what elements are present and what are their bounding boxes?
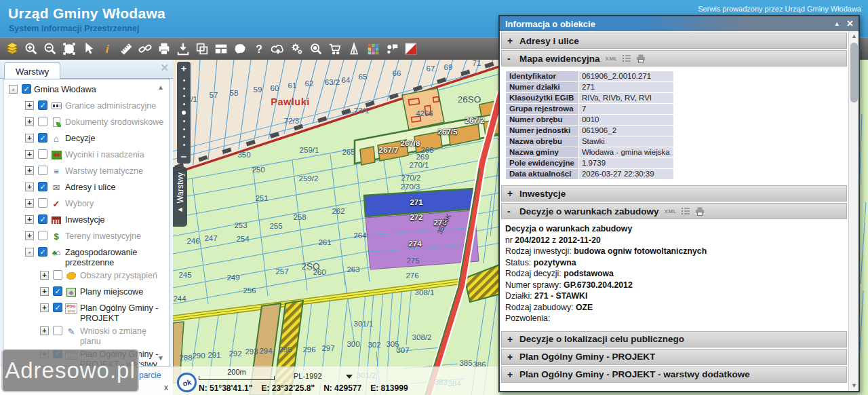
section-adresy-i-ulice[interactable]: + Adresy i ulice: [501, 33, 847, 49]
section-decyzje-wz[interactable]: - Decyzje o warunkach zabudowy XML: [501, 203, 847, 219]
scroll-up-icon[interactable]: ▲: [157, 83, 164, 91]
layer-checkbox[interactable]: ✓: [38, 247, 47, 257]
zoom-level-dot[interactable]: [183, 95, 185, 97]
layer-item-inwestycje[interactable]: +✓Inwestycje: [6, 212, 168, 229]
layer-item-adresy-i-ulice[interactable]: +✓✉Adresy i ulice: [6, 180, 168, 196]
expand-icon[interactable]: +: [507, 188, 519, 199]
settings-icon[interactable]: [288, 39, 307, 58]
layer-item-plany-miejscowe[interactable]: +✓◆Plany miejscowe: [6, 284, 168, 301]
support-link[interactable]: parcie: [139, 371, 161, 380]
zoom-level-dot[interactable]: [183, 120, 185, 122]
panel-close-icon[interactable]: ×: [847, 19, 853, 29]
section-decyzje-lcp[interactable]: + Decyzje o lokalizacji celu publicznego: [501, 331, 847, 347]
collapse-icon[interactable]: -: [507, 206, 519, 217]
scroll-down-icon[interactable]: ▼: [849, 381, 859, 391]
expand-node-icon[interactable]: +: [25, 134, 34, 143]
collapse-icon[interactable]: -: [507, 53, 519, 64]
layer-item-obszary-przystąpień[interactable]: +Obszary przystąpień: [6, 268, 168, 284]
scroll-down-icon[interactable]: ▼: [157, 354, 164, 362]
expand-node-icon[interactable]: +: [25, 215, 34, 224]
layer-checkbox[interactable]: [38, 198, 47, 208]
expand-node-icon[interactable]: +: [40, 271, 49, 280]
layer-item-decyzje[interactable]: +✓⌂Decyzje: [6, 131, 168, 147]
xml-export-icon[interactable]: XML: [606, 56, 618, 62]
zoom-level-dot[interactable]: [183, 136, 185, 138]
layer-item-wybory[interactable]: +✓Wybory: [6, 196, 168, 212]
section-pog-projekt-warstwy[interactable]: + Plan Ogólny Gminy - PROJEKT - warstwy …: [501, 366, 847, 383]
zoom-slider[interactable]: + −: [177, 62, 191, 164]
draw-polygon-icon[interactable]: [231, 39, 250, 58]
layout-icon[interactable]: [212, 39, 231, 58]
scrollbar-thumb[interactable]: [850, 43, 858, 102]
layer-checkbox[interactable]: [38, 149, 47, 159]
collapse-node-icon[interactable]: -: [25, 248, 34, 257]
print-icon[interactable]: [695, 207, 705, 216]
zoom-level-dot[interactable]: [183, 103, 185, 105]
share-comments-icon[interactable]: [382, 39, 401, 58]
select-shape-icon[interactable]: [60, 39, 79, 58]
zoom-level-current[interactable]: [182, 111, 186, 115]
layer-checkbox[interactable]: ✓: [38, 182, 47, 191]
layer-checkbox[interactable]: [53, 270, 62, 280]
ok-button[interactable]: ok: [175, 371, 198, 394]
layer-checkbox[interactable]: ✓: [53, 286, 62, 296]
zoom-level-dot[interactable]: [183, 88, 185, 90]
panel-collapse-icon[interactable]: ▲: [834, 20, 840, 27]
expand-node-icon[interactable]: +: [25, 199, 34, 208]
download-icon[interactable]: [174, 39, 193, 58]
expand-icon[interactable]: +: [507, 369, 519, 380]
section-mapa-ewidencyjna[interactable]: - Mapa ewidencyjna XML: [501, 50, 847, 67]
layer-item-dokumenty-środowiskowe[interactable]: +Dokumenty środowiskowe: [6, 115, 168, 131]
search-attributes-icon[interactable]: [307, 39, 326, 58]
print-icon[interactable]: [155, 39, 174, 58]
tab-warstwy[interactable]: Warstwy: [4, 62, 60, 79]
list-view-icon[interactable]: [682, 207, 690, 215]
palette-grid-icon[interactable]: [363, 39, 382, 58]
section-pog-projekt[interactable]: + Plan Ogólny Gminy - PROJEKT: [501, 349, 847, 365]
list-view-icon[interactable]: [623, 54, 631, 62]
layer-item-warstwy-tematyczne[interactable]: +≡Warstwy tematyczne: [6, 164, 168, 180]
zoom-in-icon[interactable]: [22, 39, 41, 58]
expand-node-icon[interactable]: +: [25, 231, 34, 240]
flag-icon[interactable]: [401, 39, 420, 58]
layer-item-granice-administracyjne[interactable]: +✓Granice administracyjne: [6, 98, 168, 115]
expand-node-icon[interactable]: +: [40, 303, 49, 312]
identify-icon[interactable]: i: [98, 39, 117, 58]
expand-node-icon[interactable]: +: [25, 183, 34, 191]
layer-checkbox[interactable]: ✓: [38, 214, 47, 224]
layers-panel-toggle-tab[interactable]: Warstwy ◀: [173, 167, 187, 227]
layer-checkbox[interactable]: ✓: [38, 133, 47, 143]
link-icon[interactable]: [136, 39, 155, 58]
panel-titlebar[interactable]: Informacja o obiekcie ▲ ×: [500, 16, 859, 31]
expand-icon[interactable]: +: [507, 334, 519, 345]
layers-icon[interactable]: [3, 39, 22, 58]
zoom-level-dot[interactable]: [183, 79, 185, 81]
layer-item-wycinki-i-nasadzenia[interactable]: +♣♣Wycinki i nasadzenia: [6, 147, 168, 164]
section-inwestycje[interactable]: + Inwestycje: [501, 185, 847, 202]
expand-node-icon[interactable]: +: [40, 287, 49, 296]
zoom-level-dot[interactable]: [183, 128, 185, 130]
layer-item-wnioski-o-zmianę-planu[interactable]: +✎Wnioski o zmianę planu: [6, 324, 168, 347]
expand-node-icon[interactable]: +: [40, 326, 49, 335]
crs-selector[interactable]: PL-1992: [294, 372, 322, 380]
expand-node-icon[interactable]: +: [25, 166, 34, 175]
layer-checkbox[interactable]: [53, 326, 62, 335]
pointer-icon[interactable]: [79, 39, 98, 58]
chevron-down-icon[interactable]: [346, 375, 353, 382]
layer-item-tereny-inwestycyjne[interactable]: +$Tereny inwestycyjne: [6, 229, 168, 245]
layer-checkbox[interactable]: ✓: [38, 100, 47, 110]
layer-checkbox[interactable]: [38, 166, 47, 175]
cart-icon[interactable]: [326, 39, 344, 58]
layer-checkbox[interactable]: ✓: [53, 303, 62, 312]
zoom-out-icon[interactable]: [41, 39, 60, 58]
expand-node-icon[interactable]: +: [25, 117, 34, 126]
sidebar-close-icon[interactable]: ✕: [160, 62, 169, 74]
zoom-in-control[interactable]: +: [181, 63, 187, 74]
xml-export-icon[interactable]: XML: [665, 208, 677, 214]
zoom-out-control[interactable]: −: [181, 151, 187, 162]
expand-icon[interactable]: +: [507, 35, 519, 46]
measure-icon[interactable]: [117, 39, 136, 58]
footer-close[interactable]: x: [164, 383, 168, 392]
layer-checkbox[interactable]: [38, 231, 47, 240]
zoom-level-dot[interactable]: [183, 144, 185, 146]
